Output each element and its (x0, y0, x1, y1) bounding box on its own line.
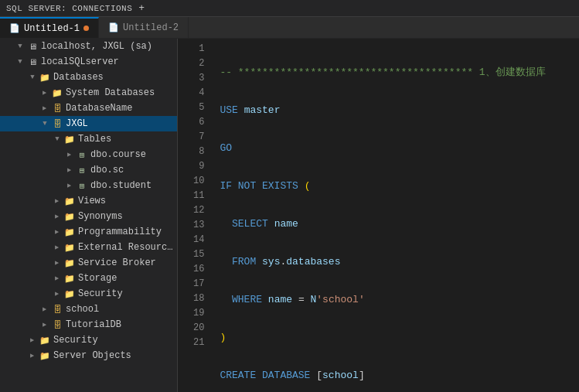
arrow-school: ▼ (41, 303, 49, 315)
label-localsqlserver: localSQLserver (41, 56, 119, 67)
folder-icon-systemdb: 📁 (51, 87, 63, 99)
code-line-1: -- *************************************… (220, 65, 579, 80)
main-area: ▼ 🖥 localhost, JXGL (sa) ▼ 🖥 localSQLser… (0, 39, 579, 392)
arrow-synonyms: ▼ (53, 210, 61, 223)
tab-untitled2[interactable]: 📄 Untitled-2 (99, 17, 189, 38)
sidebar-item-dbname[interactable]: ▼ 🗄 DatabaseName (0, 101, 177, 116)
sidebar-item-security-jxgl[interactable]: ▼ 📁 Security (0, 286, 177, 302)
linenum-1: 1 (178, 42, 213, 56)
sidebar-item-localhost[interactable]: ▼ 🖥 localhost, JXGL (sa) (0, 39, 177, 54)
sidebar-item-service-broker[interactable]: ▼ 📁 Service Broker (0, 255, 177, 271)
linenum-9: 9 (178, 159, 213, 174)
sidebar-item-security[interactable]: ▼ 📁 Security (0, 332, 177, 348)
tab-untitled1[interactable]: 📄 Untitled-1 (0, 17, 99, 38)
add-connection-button[interactable]: + (138, 3, 145, 13)
sidebar-item-databases[interactable]: ▼ 📁 Databases (0, 70, 177, 85)
sidebar[interactable]: ▼ 🖥 localhost, JXGL (sa) ▼ 🖥 localSQLser… (0, 39, 178, 392)
code-editor[interactable]: 1 2 3 4 5 6 7 8 9 10 11 12 13 14 15 16 1… (178, 39, 579, 392)
arrow-storage: ▼ (53, 272, 61, 285)
folder-icon-external: 📁 (63, 241, 76, 254)
sidebar-item-programmability[interactable]: ▼ 📁 Programmability (0, 224, 177, 240)
linenum-20: 20 (178, 321, 213, 336)
sidebar-item-systemdb[interactable]: ▼ 📁 System Databases (0, 85, 177, 101)
arrow-systemdb: ▼ (41, 87, 49, 99)
folder-icon-synonyms: 📁 (63, 210, 76, 223)
arrow-external-resources: ▼ (53, 241, 61, 254)
line-numbers: 1 2 3 4 5 6 7 8 9 10 11 12 13 14 15 16 1… (178, 39, 213, 392)
arrow-databases: ▼ (26, 73, 39, 81)
label-security-jxgl: Security (78, 288, 123, 299)
arrow-server-objects: ▼ (29, 349, 36, 362)
label-jxgl: JXGL (66, 118, 88, 129)
sidebar-item-views[interactable]: ▼ 📁 Views (0, 193, 177, 209)
linenum-3: 3 (178, 71, 213, 86)
arrow-security: ▼ (29, 334, 36, 346)
linenum-21: 21 (178, 336, 213, 350)
db-icon-school: 🗄 (51, 303, 63, 315)
label-programmability: Programmability (78, 227, 162, 237)
top-bar: SQL SERVER: CONNECTIONS + (0, 0, 579, 17)
tab-file-icon-2: 📄 (108, 22, 119, 32)
connections-title: SQL SERVER: CONNECTIONS (6, 4, 132, 13)
folder-icon-databases: 📁 (39, 71, 51, 84)
label-localhost: localhost, JXGL (sa) (41, 41, 152, 52)
linenum-8: 8 (178, 145, 213, 159)
sidebar-item-tutorialdb[interactable]: ▼ 🗄 TutorialDB (0, 317, 177, 332)
sidebar-item-localsqlserver[interactable]: ▼ 🖥 localSQLserver (0, 54, 177, 70)
server-icon-local: 🖥 (26, 56, 39, 68)
folder-icon-server-objects: 📁 (39, 349, 51, 362)
label-dbname: DatabaseName (66, 103, 132, 114)
sidebar-item-external-resources[interactable]: ▼ 📁 External Resources (0, 240, 177, 255)
sidebar-item-synonyms[interactable]: ▼ 📁 Synonyms (0, 209, 177, 224)
folder-icon-tables: 📁 (63, 133, 76, 145)
code-line-5: SELECT name (220, 216, 579, 231)
linenum-5: 5 (178, 101, 213, 115)
arrow-service-broker: ▼ (53, 257, 61, 269)
label-views: Views (78, 196, 106, 206)
label-databases: Databases (53, 72, 104, 83)
sidebar-item-dbo-sc[interactable]: ▼ ⊞ dbo.sc (0, 162, 177, 178)
code-content[interactable]: -- *************************************… (213, 39, 579, 392)
label-service-broker: Service Broker (78, 257, 156, 268)
arrow-localsqlserver: ▼ (14, 58, 26, 66)
sidebar-item-school[interactable]: ▼ 🗄 school (0, 302, 177, 317)
linenum-18: 18 (178, 291, 213, 306)
db-icon-dbname: 🗄 (51, 102, 63, 114)
code-line-7: WHERE name = N'school' (220, 292, 579, 307)
tab-label-1: Untitled-1 (24, 23, 80, 34)
table-icon-course: ⊞ (76, 148, 88, 161)
linenum-14: 14 (178, 233, 213, 247)
tabs-bar: 📄 Untitled-1 📄 Untitled-2 (0, 17, 579, 39)
folder-icon-broker: 📁 (63, 257, 76, 269)
code-line-6: FROM sys.databases (220, 254, 579, 269)
linenum-11: 11 (178, 189, 213, 203)
folder-icon-views: 📁 (63, 195, 76, 207)
label-synonyms: Synonyms (78, 211, 123, 222)
linenum-4: 4 (178, 86, 213, 101)
arrow-tables: ▼ (51, 135, 63, 143)
code-line-4: IF NOT EXISTS ( (220, 179, 579, 193)
folder-icon-security: 📁 (39, 334, 51, 346)
label-dbo-course: dbo.course (90, 149, 146, 160)
table-icon-student: ⊞ (76, 179, 88, 192)
sidebar-item-dbo-student[interactable]: ▼ ⊞ dbo.student (0, 178, 177, 193)
arrow-jxgl: ▼ (39, 120, 51, 128)
arrow-views: ▼ (53, 195, 61, 207)
label-external-resources: External Resources (78, 242, 177, 253)
folder-icon-storage: 📁 (63, 272, 76, 285)
sidebar-item-storage[interactable]: ▼ 📁 Storage (0, 271, 177, 286)
sidebar-item-dbo-course[interactable]: ▼ ⊞ dbo.course (0, 147, 177, 162)
label-dbo-sc: dbo.sc (90, 165, 124, 176)
arrow-dbname: ▼ (41, 102, 49, 114)
linenum-19: 19 (178, 306, 213, 321)
sidebar-item-server-objects[interactable]: ▼ 📁 Server Objects (0, 348, 177, 363)
sidebar-item-jxgl[interactable]: ▼ 🗄 JXGL (0, 116, 177, 131)
arrow-dbo-student: ▼ (66, 179, 73, 192)
label-storage: Storage (78, 273, 117, 284)
arrow-programmability: ▼ (53, 226, 61, 238)
linenum-2: 2 (178, 56, 213, 71)
table-icon-sc: ⊞ (76, 164, 88, 176)
db-icon-jxgl: 🗄 (51, 118, 63, 130)
linenum-7: 7 (178, 130, 213, 145)
sidebar-item-tables[interactable]: ▼ 📁 Tables (0, 131, 177, 147)
